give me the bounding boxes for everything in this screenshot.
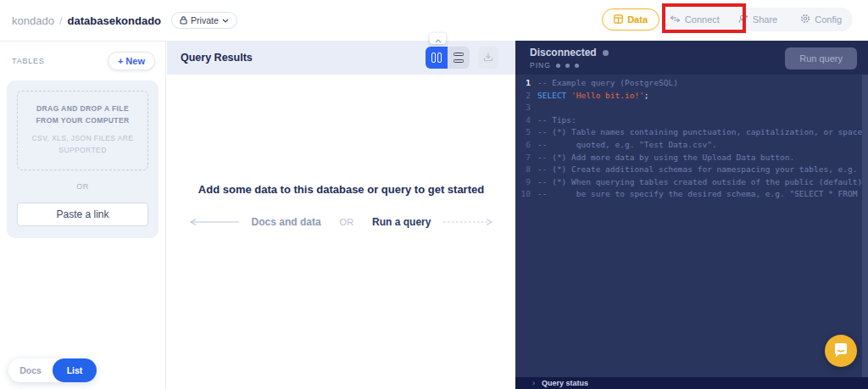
connect-arrows-icon bbox=[670, 14, 681, 25]
columns-icon bbox=[431, 53, 436, 63]
breadcrumb: kondado / databasekondado Private bbox=[12, 0, 237, 41]
privacy-label: Private bbox=[191, 15, 219, 25]
collapse-panel-handle[interactable] bbox=[430, 33, 446, 44]
arrow-left-icon bbox=[187, 214, 240, 230]
query-results-title: Query Results bbox=[181, 52, 253, 64]
connection-status-label: Disconnected bbox=[530, 47, 597, 58]
person-add-icon bbox=[738, 14, 748, 25]
code-line: 6-- quoted, e.g. "Test Data.csv". bbox=[515, 139, 868, 152]
new-table-button[interactable]: + New bbox=[108, 52, 155, 70]
ping-label: PING bbox=[530, 61, 551, 69]
paste-link-button[interactable]: Paste a link bbox=[17, 203, 148, 226]
connect-button[interactable]: Connect bbox=[663, 14, 726, 25]
row-view-button[interactable] bbox=[448, 47, 470, 69]
share-button[interactable]: Share bbox=[726, 14, 790, 25]
upload-panel: DRAG AND DROP A FILE FROM YOUR COMPUTER … bbox=[7, 81, 159, 238]
line-number: 10 bbox=[515, 188, 537, 201]
data-button-label: Data bbox=[627, 14, 648, 25]
empty-state: Add some data to this database or query … bbox=[167, 183, 515, 230]
dropzone-instruction: DRAG AND DROP A FILE FROM YOUR COMPUTER bbox=[25, 103, 141, 126]
code-line: 2SELECT 'Hello bit.io!'; bbox=[515, 90, 868, 103]
dropzone-formats: CSV, XLS, JSON FILES ARE SUPPORTED bbox=[25, 133, 141, 156]
code-line: 10-- be sure to specify the desired sche… bbox=[515, 188, 868, 201]
share-button-label: Share bbox=[753, 14, 777, 25]
code-line: 7-- (*) Add more data by using the Uploa… bbox=[515, 152, 868, 164]
line-number: 3 bbox=[515, 102, 537, 114]
code-line: 9-- (*) When querying tables created out… bbox=[515, 176, 868, 189]
breadcrumb-separator: / bbox=[59, 14, 63, 27]
line-number: 1 bbox=[515, 77, 537, 90]
docs-and-data-hint: Docs and data bbox=[252, 216, 321, 228]
tables-label: TABLES bbox=[12, 57, 45, 65]
tables-header-row: TABLES + New bbox=[0, 42, 165, 77]
line-number: 9 bbox=[515, 176, 537, 189]
chat-messenger-button[interactable] bbox=[825, 335, 857, 367]
sql-code-editor[interactable]: 1-- Example query (PostgreSQL)2SELECT 'H… bbox=[515, 75, 868, 377]
run-query-button[interactable]: Run query bbox=[785, 47, 857, 69]
view-mode-toggle bbox=[426, 47, 470, 69]
code-line: 3 bbox=[515, 102, 868, 114]
status-dot-icon bbox=[603, 50, 609, 56]
query-status-label: Query status bbox=[542, 379, 588, 387]
column-view-button[interactable] bbox=[426, 47, 448, 69]
query-editor-panel: Disconnected PING Run query 1-- Example … bbox=[515, 41, 868, 389]
code-line: 1-- Example query (PostgreSQL) bbox=[515, 77, 868, 90]
breadcrumb-database-name[interactable]: databasekondado bbox=[68, 14, 162, 27]
gear-icon bbox=[800, 14, 810, 25]
breadcrumb-owner[interactable]: kondado bbox=[12, 14, 54, 27]
line-number: 4 bbox=[515, 114, 537, 127]
download-icon bbox=[483, 52, 493, 64]
file-dropzone[interactable]: DRAG AND DROP A FILE FROM YOUR COMPUTER … bbox=[17, 91, 148, 170]
rows-icon bbox=[453, 53, 464, 56]
code-line: 8-- (*) Create additional schemas for na… bbox=[515, 164, 868, 176]
code-line: 5-- (*) Table names containing punctuati… bbox=[515, 126, 868, 139]
query-status-bar[interactable]: › Query status bbox=[515, 377, 868, 389]
empty-state-title: Add some data to this database or query … bbox=[167, 183, 515, 196]
config-button[interactable]: Config bbox=[789, 14, 853, 25]
or-hint: OR bbox=[340, 217, 354, 227]
code-line: 4-- Tips: bbox=[515, 114, 868, 127]
connect-button-label: Connect bbox=[685, 14, 720, 25]
chevron-up-icon bbox=[435, 31, 442, 47]
code-lines: 1-- Example query (PostgreSQL)2SELECT 'H… bbox=[515, 77, 868, 201]
query-results-panel: Query Results Add some data to this data… bbox=[167, 41, 515, 389]
line-number: 7 bbox=[515, 152, 537, 164]
query-results-header: Query Results bbox=[167, 41, 515, 75]
chevron-down-icon bbox=[222, 19, 229, 23]
toggle-docs[interactable]: Docs bbox=[8, 365, 53, 375]
line-number: 2 bbox=[515, 90, 537, 103]
ping-dot-icon bbox=[575, 64, 579, 68]
config-button-label: Config bbox=[815, 14, 842, 25]
line-number: 5 bbox=[515, 126, 537, 139]
data-button[interactable]: Data bbox=[602, 8, 659, 31]
chat-bubble-icon bbox=[832, 342, 849, 361]
run-a-query-hint: Run a query bbox=[372, 216, 431, 228]
lock-icon bbox=[180, 16, 187, 25]
header-button-group: Connect Share Config bbox=[663, 8, 853, 31]
line-number: 8 bbox=[515, 164, 537, 176]
ping-dot-icon bbox=[556, 64, 560, 68]
editor-scrollbar[interactable] bbox=[862, 75, 868, 377]
download-results-button[interactable] bbox=[478, 47, 498, 69]
arrow-right-icon bbox=[442, 214, 495, 230]
empty-state-hints: Docs and data OR Run a query bbox=[167, 214, 515, 230]
editor-header: Disconnected PING Run query bbox=[515, 41, 868, 75]
line-number: 6 bbox=[515, 139, 537, 152]
app-window: kondado / databasekondado Private Data C… bbox=[0, 0, 868, 389]
tables-sidebar: TABLES + New DRAG AND DROP A FILE FROM Y… bbox=[0, 41, 166, 389]
toggle-list[interactable]: List bbox=[53, 358, 97, 382]
privacy-dropdown[interactable]: Private bbox=[171, 12, 237, 29]
chevron-right-icon: › bbox=[532, 380, 535, 387]
table-icon bbox=[614, 14, 623, 25]
docs-list-toggle: Docs List bbox=[8, 358, 97, 382]
or-divider-label: OR bbox=[17, 182, 148, 191]
ping-dot-icon bbox=[565, 64, 570, 68]
